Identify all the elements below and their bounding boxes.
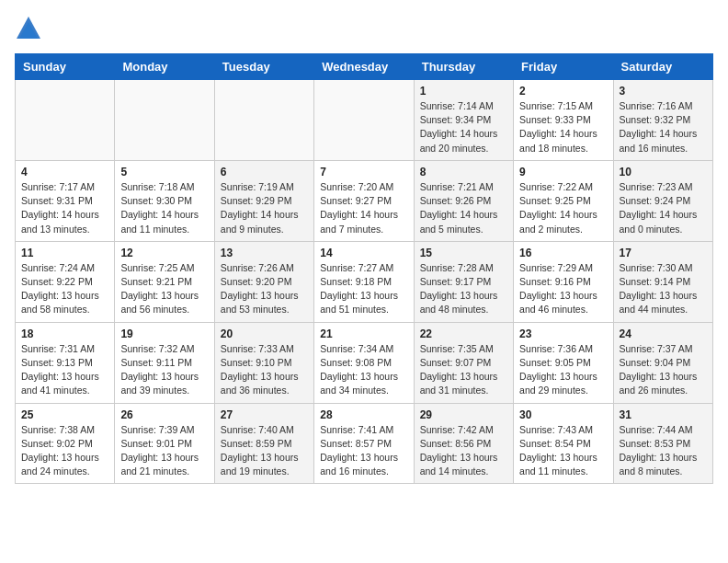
day-number: 15 [420,247,507,259]
calendar-day [16,80,115,161]
day-number: 20 [221,327,308,340]
calendar-day: 7Sunrise: 7:20 AM Sunset: 9:27 PM Daylig… [314,160,414,241]
calendar-day: 22Sunrise: 7:35 AM Sunset: 9:07 PM Dayli… [414,322,513,403]
day-info: Sunrise: 7:35 AM Sunset: 9:07 PM Dayligh… [420,342,507,398]
day-info: Sunrise: 7:29 AM Sunset: 9:16 PM Dayligh… [519,261,607,317]
day-info: Sunrise: 7:21 AM Sunset: 9:26 PM Dayligh… [420,180,507,236]
day-info: Sunrise: 7:31 AM Sunset: 9:13 PM Dayligh… [21,342,108,398]
calendar-day: 9Sunrise: 7:22 AM Sunset: 9:25 PM Daylig… [514,160,613,241]
calendar-day: 8Sunrise: 7:21 AM Sunset: 9:26 PM Daylig… [414,160,513,241]
calendar-day: 15Sunrise: 7:28 AM Sunset: 9:17 PM Dayli… [414,241,513,322]
calendar-day: 10Sunrise: 7:23 AM Sunset: 9:24 PM Dayli… [613,160,712,241]
weekday-header-sunday: Sunday [16,54,115,80]
calendar-day [115,80,214,161]
day-number: 13 [221,247,308,259]
day-number: 23 [519,327,607,340]
day-info: Sunrise: 7:15 AM Sunset: 9:33 PM Dayligh… [519,99,607,155]
calendar-day: 19Sunrise: 7:32 AM Sunset: 9:11 PM Dayli… [115,322,214,403]
day-number: 26 [120,408,208,421]
calendar-body: 1Sunrise: 7:14 AM Sunset: 9:34 PM Daylig… [16,80,713,484]
day-info: Sunrise: 7:44 AM Sunset: 8:53 PM Dayligh… [620,423,707,479]
day-info: Sunrise: 7:16 AM Sunset: 9:32 PM Dayligh… [620,99,707,155]
day-info: Sunrise: 7:26 AM Sunset: 9:20 PM Dayligh… [221,261,308,317]
page-header [15,15,713,42]
weekday-header-friday: Friday [514,54,613,80]
calendar-day: 11Sunrise: 7:24 AM Sunset: 9:22 PM Dayli… [16,241,115,322]
day-number: 25 [21,408,108,421]
day-number: 17 [620,247,707,259]
day-number: 1 [420,85,507,98]
calendar-day: 13Sunrise: 7:26 AM Sunset: 9:20 PM Dayli… [214,241,313,322]
weekday-header-wednesday: Wednesday [314,54,414,80]
day-info: Sunrise: 7:14 AM Sunset: 9:34 PM Dayligh… [420,99,507,155]
day-number: 30 [519,408,607,421]
day-info: Sunrise: 7:40 AM Sunset: 8:59 PM Dayligh… [221,423,308,479]
day-info: Sunrise: 7:41 AM Sunset: 8:57 PM Dayligh… [320,423,407,479]
day-number: 31 [620,408,707,421]
calendar-week-5: 25Sunrise: 7:38 AM Sunset: 9:02 PM Dayli… [16,403,713,484]
day-number: 9 [519,166,607,178]
day-info: Sunrise: 7:27 AM Sunset: 9:18 PM Dayligh… [320,261,407,317]
calendar-table: SundayMondayTuesdayWednesdayThursdayFrid… [15,53,713,484]
calendar-day: 2Sunrise: 7:15 AM Sunset: 9:33 PM Daylig… [514,80,613,161]
calendar-day: 31Sunrise: 7:44 AM Sunset: 8:53 PM Dayli… [613,403,712,484]
day-number: 18 [21,327,108,340]
day-info: Sunrise: 7:19 AM Sunset: 9:29 PM Dayligh… [221,180,308,236]
calendar-day [314,80,414,161]
calendar-day: 21Sunrise: 7:34 AM Sunset: 9:08 PM Dayli… [314,322,414,403]
day-number: 14 [320,247,407,259]
calendar-day: 20Sunrise: 7:33 AM Sunset: 9:10 PM Dayli… [214,322,313,403]
day-number: 19 [120,327,208,340]
weekday-header-saturday: Saturday [613,54,712,80]
calendar-day: 16Sunrise: 7:29 AM Sunset: 9:16 PM Dayli… [514,241,613,322]
day-number: 21 [320,327,407,340]
day-info: Sunrise: 7:30 AM Sunset: 9:14 PM Dayligh… [620,261,707,317]
calendar-day: 23Sunrise: 7:36 AM Sunset: 9:05 PM Dayli… [514,322,613,403]
calendar-day: 5Sunrise: 7:18 AM Sunset: 9:30 PM Daylig… [115,160,214,241]
calendar-day: 18Sunrise: 7:31 AM Sunset: 9:13 PM Dayli… [16,322,115,403]
calendar-day: 3Sunrise: 7:16 AM Sunset: 9:32 PM Daylig… [613,80,712,161]
day-number: 24 [620,327,707,340]
day-info: Sunrise: 7:23 AM Sunset: 9:24 PM Dayligh… [620,180,707,236]
day-number: 3 [620,85,707,98]
day-info: Sunrise: 7:18 AM Sunset: 9:30 PM Dayligh… [120,180,208,236]
calendar-day: 12Sunrise: 7:25 AM Sunset: 9:21 PM Dayli… [115,241,214,322]
day-info: Sunrise: 7:42 AM Sunset: 8:56 PM Dayligh… [420,423,507,479]
day-info: Sunrise: 7:39 AM Sunset: 9:01 PM Dayligh… [120,423,208,479]
day-number: 5 [120,166,208,178]
day-number: 27 [221,408,308,421]
day-info: Sunrise: 7:32 AM Sunset: 9:11 PM Dayligh… [120,342,208,398]
day-info: Sunrise: 7:25 AM Sunset: 9:21 PM Dayligh… [120,261,208,317]
calendar-day [214,80,313,161]
calendar-day: 17Sunrise: 7:30 AM Sunset: 9:14 PM Dayli… [613,241,712,322]
calendar-header: SundayMondayTuesdayWednesdayThursdayFrid… [16,54,713,80]
day-info: Sunrise: 7:24 AM Sunset: 9:22 PM Dayligh… [21,261,108,317]
day-number: 7 [320,166,407,178]
calendar-week-2: 4Sunrise: 7:17 AM Sunset: 9:31 PM Daylig… [16,160,713,241]
logo [15,15,46,42]
day-number: 29 [420,408,507,421]
calendar-week-1: 1Sunrise: 7:14 AM Sunset: 9:34 PM Daylig… [16,80,713,161]
weekday-header-tuesday: Tuesday [214,54,313,80]
day-number: 8 [420,166,507,178]
day-info: Sunrise: 7:22 AM Sunset: 9:25 PM Dayligh… [519,180,607,236]
calendar-day: 6Sunrise: 7:19 AM Sunset: 9:29 PM Daylig… [214,160,313,241]
weekday-header-monday: Monday [115,54,214,80]
calendar-day: 30Sunrise: 7:43 AM Sunset: 8:54 PM Dayli… [514,403,613,484]
day-number: 22 [420,327,507,340]
calendar-week-4: 18Sunrise: 7:31 AM Sunset: 9:13 PM Dayli… [16,322,713,403]
logo-icon [15,15,42,42]
calendar-week-3: 11Sunrise: 7:24 AM Sunset: 9:22 PM Dayli… [16,241,713,322]
day-info: Sunrise: 7:20 AM Sunset: 9:27 PM Dayligh… [320,180,407,236]
calendar-day: 28Sunrise: 7:41 AM Sunset: 8:57 PM Dayli… [314,403,414,484]
day-number: 2 [519,85,607,98]
day-info: Sunrise: 7:17 AM Sunset: 9:31 PM Dayligh… [21,180,108,236]
day-info: Sunrise: 7:36 AM Sunset: 9:05 PM Dayligh… [519,342,607,398]
calendar-day: 27Sunrise: 7:40 AM Sunset: 8:59 PM Dayli… [214,403,313,484]
day-info: Sunrise: 7:34 AM Sunset: 9:08 PM Dayligh… [320,342,407,398]
day-number: 4 [21,166,108,178]
calendar-day: 26Sunrise: 7:39 AM Sunset: 9:01 PM Dayli… [115,403,214,484]
calendar-day: 1Sunrise: 7:14 AM Sunset: 9:34 PM Daylig… [414,80,513,161]
day-number: 16 [519,247,607,259]
weekday-header-row: SundayMondayTuesdayWednesdayThursdayFrid… [16,54,713,80]
